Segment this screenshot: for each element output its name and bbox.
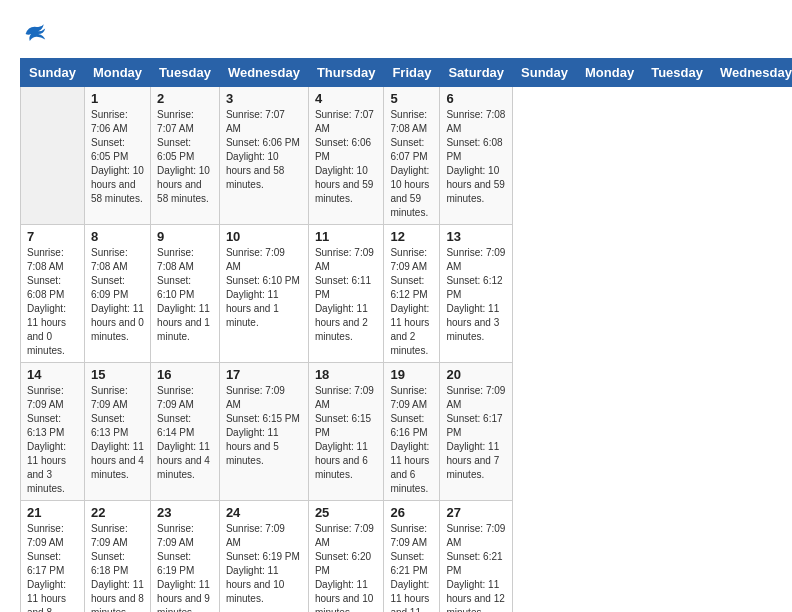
- day-info: Sunrise: 7:09 AMSunset: 6:11 PMDaylight:…: [315, 246, 378, 344]
- column-header-saturday: Saturday: [440, 59, 513, 87]
- logo-bird-icon: [20, 20, 48, 48]
- calendar-cell: 22Sunrise: 7:09 AMSunset: 6:18 PMDayligh…: [84, 501, 150, 613]
- day-number: 12: [390, 229, 433, 244]
- day-number: 3: [226, 91, 302, 106]
- calendar-cell: 24Sunrise: 7:09 AMSunset: 6:19 PMDayligh…: [219, 501, 308, 613]
- calendar-header-row: SundayMondayTuesdayWednesdayThursdayFrid…: [21, 59, 793, 87]
- calendar-cell: 4Sunrise: 7:07 AMSunset: 6:06 PMDaylight…: [308, 87, 384, 225]
- day-info: Sunrise: 7:08 AMSunset: 6:08 PMDaylight:…: [446, 108, 506, 206]
- day-number: 14: [27, 367, 78, 382]
- calendar-cell: 8Sunrise: 7:08 AMSunset: 6:09 PMDaylight…: [84, 225, 150, 363]
- column-header-thursday: Thursday: [308, 59, 384, 87]
- day-info: Sunrise: 7:09 AMSunset: 6:17 PMDaylight:…: [27, 522, 78, 612]
- calendar-cell: 1Sunrise: 7:06 AMSunset: 6:05 PMDaylight…: [84, 87, 150, 225]
- day-number: 22: [91, 505, 144, 520]
- calendar-cell: 2Sunrise: 7:07 AMSunset: 6:05 PMDaylight…: [151, 87, 220, 225]
- column-header-sunday: Sunday: [513, 59, 577, 87]
- day-info: Sunrise: 7:09 AMSunset: 6:17 PMDaylight:…: [446, 384, 506, 482]
- calendar-cell: 14Sunrise: 7:09 AMSunset: 6:13 PMDayligh…: [21, 363, 85, 501]
- calendar-cell: 20Sunrise: 7:09 AMSunset: 6:17 PMDayligh…: [440, 363, 513, 501]
- calendar-cell: [21, 87, 85, 225]
- day-info: Sunrise: 7:09 AMSunset: 6:20 PMDaylight:…: [315, 522, 378, 612]
- day-info: Sunrise: 7:09 AMSunset: 6:12 PMDaylight:…: [390, 246, 433, 358]
- day-number: 27: [446, 505, 506, 520]
- calendar-cell: 19Sunrise: 7:09 AMSunset: 6:16 PMDayligh…: [384, 363, 440, 501]
- calendar-week-row: 14Sunrise: 7:09 AMSunset: 6:13 PMDayligh…: [21, 363, 793, 501]
- day-info: Sunrise: 7:09 AMSunset: 6:12 PMDaylight:…: [446, 246, 506, 344]
- day-info: Sunrise: 7:09 AMSunset: 6:18 PMDaylight:…: [91, 522, 144, 612]
- day-info: Sunrise: 7:07 AMSunset: 6:06 PMDaylight:…: [315, 108, 378, 206]
- day-number: 13: [446, 229, 506, 244]
- day-number: 19: [390, 367, 433, 382]
- day-number: 9: [157, 229, 213, 244]
- day-number: 20: [446, 367, 506, 382]
- day-info: Sunrise: 7:09 AMSunset: 6:15 PMDaylight:…: [315, 384, 378, 482]
- calendar-cell: 12Sunrise: 7:09 AMSunset: 6:12 PMDayligh…: [384, 225, 440, 363]
- column-header-monday: Monday: [577, 59, 643, 87]
- day-number: 25: [315, 505, 378, 520]
- day-info: Sunrise: 7:08 AMSunset: 6:09 PMDaylight:…: [91, 246, 144, 344]
- day-info: Sunrise: 7:09 AMSunset: 6:13 PMDaylight:…: [27, 384, 78, 496]
- day-info: Sunrise: 7:06 AMSunset: 6:05 PMDaylight:…: [91, 108, 144, 206]
- day-number: 23: [157, 505, 213, 520]
- calendar-cell: 9Sunrise: 7:08 AMSunset: 6:10 PMDaylight…: [151, 225, 220, 363]
- day-number: 21: [27, 505, 78, 520]
- calendar-table: SundayMondayTuesdayWednesdayThursdayFrid…: [20, 58, 792, 612]
- column-header-tuesday: Tuesday: [151, 59, 220, 87]
- calendar-cell: 13Sunrise: 7:09 AMSunset: 6:12 PMDayligh…: [440, 225, 513, 363]
- day-info: Sunrise: 7:08 AMSunset: 6:08 PMDaylight:…: [27, 246, 78, 358]
- day-number: 8: [91, 229, 144, 244]
- calendar-cell: 7Sunrise: 7:08 AMSunset: 6:08 PMDaylight…: [21, 225, 85, 363]
- calendar-week-row: 21Sunrise: 7:09 AMSunset: 6:17 PMDayligh…: [21, 501, 793, 613]
- day-number: 5: [390, 91, 433, 106]
- calendar-cell: 17Sunrise: 7:09 AMSunset: 6:15 PMDayligh…: [219, 363, 308, 501]
- day-number: 24: [226, 505, 302, 520]
- day-number: 4: [315, 91, 378, 106]
- calendar-cell: 3Sunrise: 7:07 AMSunset: 6:06 PMDaylight…: [219, 87, 308, 225]
- column-header-friday: Friday: [384, 59, 440, 87]
- day-info: Sunrise: 7:09 AMSunset: 6:13 PMDaylight:…: [91, 384, 144, 482]
- day-number: 6: [446, 91, 506, 106]
- calendar-cell: 5Sunrise: 7:08 AMSunset: 6:07 PMDaylight…: [384, 87, 440, 225]
- day-info: Sunrise: 7:09 AMSunset: 6:21 PMDaylight:…: [446, 522, 506, 612]
- calendar-cell: 15Sunrise: 7:09 AMSunset: 6:13 PMDayligh…: [84, 363, 150, 501]
- day-number: 7: [27, 229, 78, 244]
- day-info: Sunrise: 7:09 AMSunset: 6:15 PMDaylight:…: [226, 384, 302, 468]
- calendar-cell: 10Sunrise: 7:09 AMSunset: 6:10 PMDayligh…: [219, 225, 308, 363]
- day-number: 18: [315, 367, 378, 382]
- calendar-cell: 16Sunrise: 7:09 AMSunset: 6:14 PMDayligh…: [151, 363, 220, 501]
- column-header-wednesday: Wednesday: [219, 59, 308, 87]
- day-info: Sunrise: 7:08 AMSunset: 6:07 PMDaylight:…: [390, 108, 433, 220]
- column-header-monday: Monday: [84, 59, 150, 87]
- day-info: Sunrise: 7:09 AMSunset: 6:19 PMDaylight:…: [226, 522, 302, 606]
- day-info: Sunrise: 7:09 AMSunset: 6:16 PMDaylight:…: [390, 384, 433, 496]
- calendar-week-row: 7Sunrise: 7:08 AMSunset: 6:08 PMDaylight…: [21, 225, 793, 363]
- day-number: 15: [91, 367, 144, 382]
- day-info: Sunrise: 7:08 AMSunset: 6:10 PMDaylight:…: [157, 246, 213, 344]
- column-header-tuesday: Tuesday: [643, 59, 712, 87]
- calendar-cell: 11Sunrise: 7:09 AMSunset: 6:11 PMDayligh…: [308, 225, 384, 363]
- day-info: Sunrise: 7:07 AMSunset: 6:05 PMDaylight:…: [157, 108, 213, 206]
- day-number: 17: [226, 367, 302, 382]
- calendar-cell: 26Sunrise: 7:09 AMSunset: 6:21 PMDayligh…: [384, 501, 440, 613]
- calendar-cell: 21Sunrise: 7:09 AMSunset: 6:17 PMDayligh…: [21, 501, 85, 613]
- day-info: Sunrise: 7:09 AMSunset: 6:14 PMDaylight:…: [157, 384, 213, 482]
- day-info: Sunrise: 7:09 AMSunset: 6:10 PMDaylight:…: [226, 246, 302, 330]
- logo: [20, 20, 52, 48]
- calendar-week-row: 1Sunrise: 7:06 AMSunset: 6:05 PMDaylight…: [21, 87, 793, 225]
- calendar-cell: 23Sunrise: 7:09 AMSunset: 6:19 PMDayligh…: [151, 501, 220, 613]
- day-number: 2: [157, 91, 213, 106]
- day-info: Sunrise: 7:09 AMSunset: 6:21 PMDaylight:…: [390, 522, 433, 612]
- calendar-cell: 6Sunrise: 7:08 AMSunset: 6:08 PMDaylight…: [440, 87, 513, 225]
- calendar-cell: 27Sunrise: 7:09 AMSunset: 6:21 PMDayligh…: [440, 501, 513, 613]
- day-number: 1: [91, 91, 144, 106]
- day-number: 11: [315, 229, 378, 244]
- day-number: 26: [390, 505, 433, 520]
- page-header: [20, 20, 772, 48]
- day-info: Sunrise: 7:07 AMSunset: 6:06 PMDaylight:…: [226, 108, 302, 192]
- day-number: 16: [157, 367, 213, 382]
- column-header-sunday: Sunday: [21, 59, 85, 87]
- calendar-cell: 18Sunrise: 7:09 AMSunset: 6:15 PMDayligh…: [308, 363, 384, 501]
- day-number: 10: [226, 229, 302, 244]
- day-info: Sunrise: 7:09 AMSunset: 6:19 PMDaylight:…: [157, 522, 213, 612]
